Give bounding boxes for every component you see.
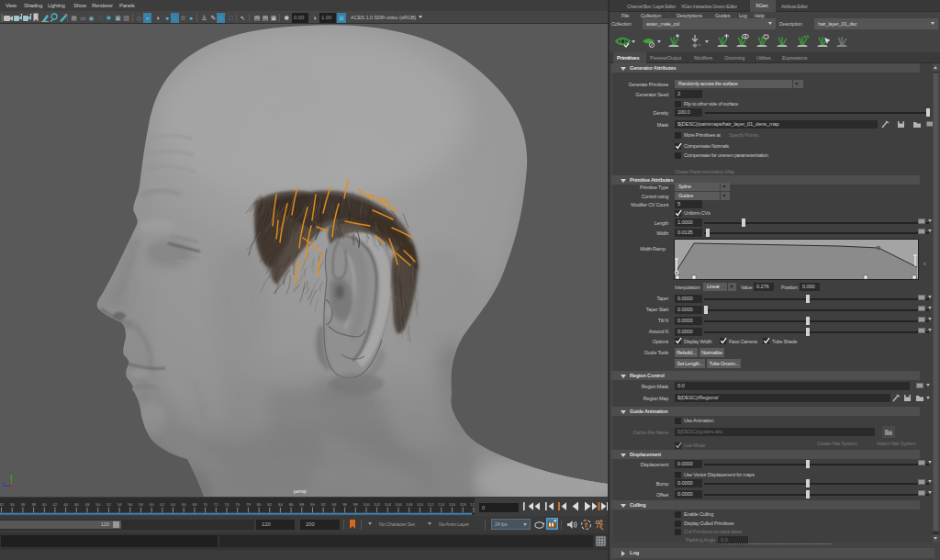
svg-text:64: 64 <box>171 502 175 507</box>
svg-text:44: 44 <box>63 502 68 507</box>
svg-text:70: 70 <box>203 502 207 507</box>
svg-text:100: 100 <box>363 502 370 507</box>
svg-text:40: 40 <box>42 502 47 507</box>
svg-text:104: 104 <box>385 502 392 507</box>
svg-text:74: 74 <box>225 502 229 507</box>
svg-text:106: 106 <box>395 502 402 507</box>
svg-text:38: 38 <box>31 502 36 507</box>
svg-text:z: z <box>2 480 5 486</box>
svg-text:58: 58 <box>139 502 143 507</box>
svg-text:54: 54 <box>118 502 122 507</box>
svg-text:y: y <box>10 473 13 478</box>
svg-text:50: 50 <box>95 502 100 507</box>
svg-text:42: 42 <box>52 502 57 507</box>
svg-text:72: 72 <box>214 502 218 507</box>
svg-text:108: 108 <box>406 502 413 507</box>
svg-text:96: 96 <box>342 502 347 507</box>
svg-text:32: 32 <box>0 502 4 507</box>
svg-text:114: 114 <box>438 502 445 507</box>
svg-text:88: 88 <box>299 502 304 507</box>
svg-text:82: 82 <box>267 502 272 507</box>
svg-text:98: 98 <box>353 502 358 507</box>
svg-text:60: 60 <box>150 502 154 507</box>
svg-text:46: 46 <box>74 502 79 507</box>
svg-text:34: 34 <box>10 502 15 507</box>
svg-text:68: 68 <box>192 502 196 507</box>
svg-text:94: 94 <box>331 502 336 507</box>
svg-text:78: 78 <box>246 502 251 507</box>
svg-text:62: 62 <box>160 502 164 507</box>
svg-text:116: 116 <box>449 502 456 507</box>
svg-text:84: 84 <box>278 502 283 507</box>
svg-text:112: 112 <box>428 502 435 507</box>
svg-text:86: 86 <box>289 502 294 507</box>
svg-text:52: 52 <box>106 502 111 507</box>
svg-text:persp: persp <box>294 488 307 494</box>
svg-text:92: 92 <box>321 502 326 507</box>
svg-text:48: 48 <box>85 502 90 507</box>
svg-text:118: 118 <box>460 502 467 507</box>
svg-text:76: 76 <box>235 502 240 507</box>
svg-text:102: 102 <box>374 502 381 507</box>
svg-text:110: 110 <box>417 502 424 507</box>
svg-text:66: 66 <box>182 502 186 507</box>
svg-text:120: 120 <box>470 502 475 507</box>
svg-text:80: 80 <box>257 502 262 507</box>
svg-text:90: 90 <box>310 502 315 507</box>
svg-text:36: 36 <box>20 502 25 507</box>
svg-text:56: 56 <box>128 502 132 507</box>
